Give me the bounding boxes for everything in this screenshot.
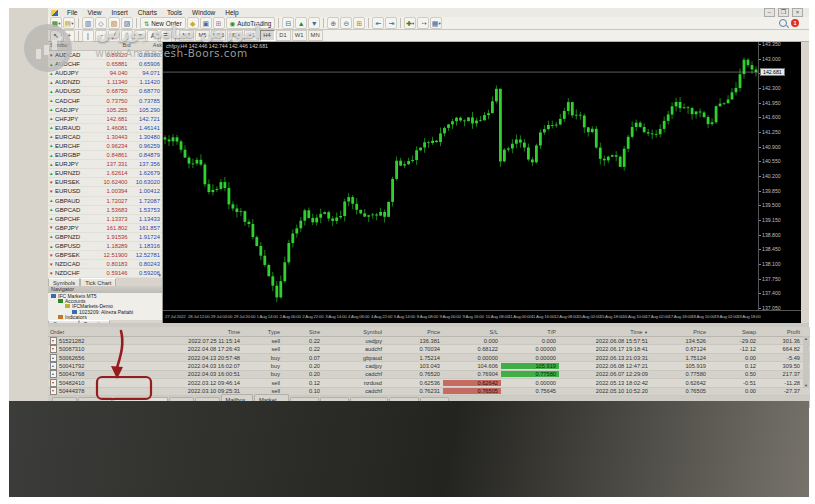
market-watch-row-euraud[interactable]: ▲EURAUD1.460811.46141 bbox=[48, 124, 162, 133]
history-column-s-l[interactable]: S/L bbox=[443, 329, 501, 335]
restore-button[interactable]: ❐ bbox=[778, 8, 789, 17]
vertical-line-icon[interactable]: | bbox=[82, 30, 94, 42]
market-watch-row-eurnzd[interactable]: ▲EURNZD1.626141.62679 bbox=[48, 169, 162, 178]
cursor-icon[interactable]: ↖ bbox=[50, 30, 62, 42]
column-ask[interactable]: Ask bbox=[131, 42, 162, 50]
market-watch-row-audnzd[interactable]: ▲AUDNZD1.113401.11420 bbox=[48, 78, 162, 87]
menu-charts[interactable]: Charts bbox=[133, 9, 162, 16]
market-watch-row-cadchf[interactable]: ▲CADCHF0.737500.73785 bbox=[48, 96, 162, 105]
market-watch-row-gbpchf[interactable]: ▲GBPCHF1.133731.13433 bbox=[48, 215, 162, 224]
profiles-icon[interactable]: ▤▾ bbox=[63, 17, 75, 29]
minimize-button[interactable]: – bbox=[764, 8, 775, 17]
history-row-50041768[interactable]: 500417682022.04.03 16:00:51buy0.20cadchf… bbox=[48, 371, 810, 379]
metaeditor-icon[interactable]: ◆ bbox=[187, 17, 199, 29]
market-watch-row-gbpcad[interactable]: ▲GBPCAD1.536831.53753 bbox=[48, 206, 162, 215]
timeframe-m5[interactable]: M5 bbox=[195, 30, 210, 41]
column-symbol[interactable]: Symbol bbox=[48, 42, 93, 50]
chart-plot-area[interactable] bbox=[163, 42, 758, 310]
market-watch-row-audcad[interactable]: ▼AUDCAD0.893200.89360 bbox=[48, 51, 162, 60]
arrange-icon[interactable]: ▼ bbox=[308, 17, 320, 29]
market-watch-row-nzdchf[interactable]: ▼NZDCHF0.591460.59206 bbox=[48, 269, 162, 278]
market-watch-row-gbpusd[interactable]: ▲GBPUSD1.182891.18316 bbox=[48, 242, 162, 251]
timeframe-h1[interactable]: H1 bbox=[244, 30, 259, 41]
market-watch-row-chfjpy[interactable]: ▲CHFJPY142.681142.721 bbox=[48, 115, 162, 124]
history-column-price[interactable]: Price bbox=[385, 329, 443, 335]
zoom-in-icon[interactable]: ⊕ bbox=[327, 17, 339, 29]
history-column-swap[interactable]: Swap bbox=[709, 329, 759, 335]
timeframe-m1[interactable]: M1 bbox=[179, 30, 194, 41]
menu-window[interactable]: Window bbox=[187, 9, 220, 16]
scroll-down-icon[interactable]: ▼ bbox=[158, 273, 162, 278]
time-axis[interactable]: 27 Jul 202228 Jul 12:0029 Jul 04:0029 Ju… bbox=[163, 310, 801, 324]
market-watch-row-eurgbp[interactable]: ▲EURGBP0.848610.84879 bbox=[48, 151, 162, 160]
history-column-price[interactable]: Price bbox=[651, 329, 709, 335]
market-watch-row-eursek[interactable]: ▼EURSEK10.6240010.63020 bbox=[48, 178, 162, 187]
market-watch-row-gbpjpy[interactable]: ▼GBPJPY161.802161.857 bbox=[48, 224, 162, 233]
market-watch-row-gbpsek[interactable]: ▼GBPSEK12.5190012.52781 bbox=[48, 251, 162, 260]
chart-window[interactable]: chfjpy,H4 142.446 142.744 142.446 142.68… bbox=[163, 42, 801, 323]
new-order-button[interactable]: ⇅New Order bbox=[140, 17, 186, 29]
history-row-50482410[interactable]: 504824102022.03.12 09:46:14sell0.12nzdus… bbox=[48, 379, 810, 387]
timeframe-d1[interactable]: D1 bbox=[276, 30, 291, 41]
history-column-symbol[interactable]: Symbol bbox=[323, 329, 385, 335]
menu-tools[interactable]: Tools bbox=[162, 9, 187, 16]
trendline-icon[interactable]: ╱ bbox=[108, 30, 120, 42]
history-row-50062656[interactable]: 500626562022.04.13 20:57:48buy0.07gbpaud… bbox=[48, 354, 810, 362]
market-watch-row-eurchf[interactable]: ▲EURCHF0.962340.96259 bbox=[48, 142, 162, 151]
menu-insert[interactable]: Insert bbox=[106, 9, 132, 16]
menu-file[interactable]: File bbox=[62, 9, 82, 16]
zoom-out-icon[interactable]: ⊖ bbox=[340, 17, 352, 29]
close-button[interactable]: × bbox=[792, 8, 803, 17]
timeframe-m15[interactable]: M15 bbox=[211, 30, 226, 41]
market-watch-row-audchf[interactable]: ▲AUDCHF0.658810.65906 bbox=[48, 60, 162, 69]
market-watch-row-eurcad[interactable]: ▲EURCAD1.304431.30480 bbox=[48, 133, 162, 142]
history-column-profit[interactable]: Profit bbox=[759, 329, 803, 335]
scroll-up-icon[interactable]: ▲ bbox=[804, 336, 808, 341]
tile-windows-icon[interactable]: ⊟ bbox=[282, 17, 294, 29]
column-bid[interactable]: Bid bbox=[93, 42, 130, 50]
history-column-size[interactable]: Size bbox=[283, 329, 323, 335]
auto-arrange-icon[interactable]: ⊞ bbox=[353, 17, 365, 29]
table-scrollbar[interactable]: ▲▼ bbox=[803, 336, 809, 388]
timeframe-w1[interactable]: W1 bbox=[292, 30, 307, 41]
scroll-to-end-icon[interactable]: ⇤ bbox=[372, 17, 384, 29]
notification-badge[interactable]: 1 bbox=[791, 19, 799, 27]
cascade-windows-icon[interactable]: ▲ bbox=[295, 17, 307, 29]
price-axis[interactable]: 143.350143.000142.650142.300141.950141.6… bbox=[758, 42, 802, 310]
market-watch-icon[interactable]: ▥ bbox=[82, 17, 94, 29]
history-column-time[interactable]: Time ▼ bbox=[559, 329, 651, 335]
chart-window-icon[interactable]: ▣ bbox=[200, 17, 212, 29]
history-row-50444378[interactable]: 504443782022.03.10 09:25:31sell0.10cadch… bbox=[48, 388, 810, 396]
chart-shift-icon[interactable]: ⇥ bbox=[385, 17, 397, 29]
periods-icon[interactable]: ◔▾ bbox=[417, 17, 429, 29]
menu-help[interactable]: Help bbox=[220, 9, 243, 16]
timeframe-h4[interactable]: H4 bbox=[260, 30, 275, 41]
crosshair-icon[interactable]: + bbox=[63, 30, 75, 42]
channel-icon[interactable]: ∥ bbox=[121, 30, 133, 42]
text-icon[interactable]: A bbox=[147, 30, 159, 42]
toolbox-icon[interactable]: ▨ bbox=[121, 17, 133, 29]
menu-view[interactable]: View bbox=[82, 9, 106, 16]
market-watch-row-audusd[interactable]: ▲AUDUSD0.687500.68770 bbox=[48, 87, 162, 96]
history-column-type[interactable]: Type bbox=[243, 329, 283, 335]
market-watch-row-audjpy[interactable]: ▲AUDJPY94.04094.071 bbox=[48, 69, 162, 78]
history-row-50087310[interactable]: 500873102022.04.08 17:26:43sell0.22audch… bbox=[48, 345, 810, 353]
search-icon[interactable] bbox=[779, 19, 787, 27]
navigator-icon[interactable]: ▧ bbox=[108, 17, 120, 29]
scroll-down-icon[interactable]: ▼ bbox=[804, 383, 808, 388]
market-watch-row-eurusd[interactable]: ▼EURUSD1.003941.00412 bbox=[48, 187, 162, 196]
market-watch-row-eurjpy[interactable]: ▲EURJPY137.331137.356 bbox=[48, 160, 162, 169]
history-column-order[interactable]: Order bbox=[48, 329, 128, 335]
history-column-time[interactable]: Time bbox=[128, 329, 243, 335]
autotrading-button[interactable]: ◉AutoTrading bbox=[226, 17, 276, 29]
history-column-t-p[interactable]: T/P bbox=[501, 329, 559, 335]
history-row-50041792[interactable]: 500417922022.04.03 16:02:07buy0.20cadjpy… bbox=[48, 362, 810, 370]
market-watch-row-cadjpy[interactable]: ▲CADJPY105.255105.290 bbox=[48, 106, 162, 115]
horizontal-line-icon[interactable]: − bbox=[95, 30, 107, 42]
timeframe-mn[interactable]: MN bbox=[308, 30, 323, 41]
market-watch-row-gbpnzd[interactable]: ▲GBPNZD1.915361.91724 bbox=[48, 233, 162, 242]
fibonacci-icon[interactable]: ≡ bbox=[134, 30, 146, 42]
arrows-icon[interactable]: ☰ bbox=[160, 30, 172, 42]
market-watch-row-nzdcad[interactable]: ▼NZDCAD0.801830.80243 bbox=[48, 260, 162, 269]
timeframe-m30[interactable]: M30 bbox=[227, 30, 242, 41]
